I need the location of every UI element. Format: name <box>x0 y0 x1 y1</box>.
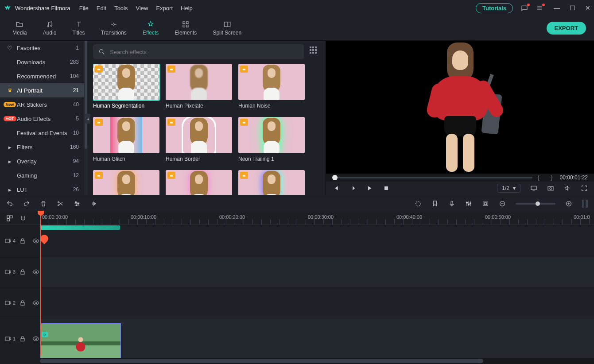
window-close-icon[interactable]: ✕ <box>585 4 590 12</box>
tab-audio[interactable]: Audio <box>35 16 65 40</box>
in-out-markers-icon[interactable]: { } <box>538 174 555 181</box>
track-lane-3[interactable] <box>40 256 594 287</box>
sidebar-item-gaming[interactable]: Gaming12 <box>0 168 84 182</box>
search-box[interactable] <box>93 44 304 59</box>
eye-icon[interactable] <box>32 299 39 306</box>
track-lane-4[interactable] <box>40 225 594 256</box>
display-settings-icon[interactable] <box>530 185 537 192</box>
tutorials-button[interactable]: Tutorials <box>476 3 513 13</box>
lock-icon[interactable] <box>19 335 26 342</box>
sidebar-item-favorites[interactable]: ♡Favorites1 <box>0 41 84 55</box>
prev-frame-button[interactable] <box>332 185 339 192</box>
split-icon[interactable] <box>57 200 64 207</box>
svg-point-17 <box>416 201 421 206</box>
undo-icon[interactable] <box>6 200 13 207</box>
menu-file[interactable]: File <box>79 5 89 12</box>
eye-icon[interactable] <box>32 335 39 342</box>
sidebar-item-ai-portrait[interactable]: ♛AI Portrait21 <box>0 83 84 97</box>
sidebar-collapse-handle[interactable]: ◂ <box>85 114 90 124</box>
search-input[interactable] <box>110 49 299 55</box>
stop-button[interactable] <box>383 185 390 192</box>
effect-card[interactable]: Human Border <box>166 117 232 162</box>
tab-transitions[interactable]: Transitions <box>93 16 135 40</box>
export-button[interactable]: EXPORT <box>547 22 586 35</box>
eye-icon[interactable] <box>32 237 39 244</box>
seek-handle[interactable] <box>332 175 338 180</box>
delete-icon[interactable] <box>40 200 47 207</box>
timeline-ruler[interactable]: 00:00:00:00 00:00:10:00 00:00:20:00 00:0… <box>0 212 594 225</box>
preview-quality-select[interactable]: 1/2▾ <box>497 184 520 193</box>
effect-card[interactable]: Human Pixelate <box>166 64 232 109</box>
tab-split-screen[interactable]: Split Screen <box>205 16 249 40</box>
tab-titles[interactable]: Titles <box>64 16 93 40</box>
menu-help[interactable]: Help <box>181 5 193 12</box>
snapshot-icon[interactable] <box>547 185 554 192</box>
tab-media[interactable]: Media <box>4 16 35 40</box>
effect-card[interactable] <box>238 170 305 195</box>
messages-icon[interactable] <box>521 4 528 12</box>
zoom-to-fit-icon[interactable] <box>582 200 588 208</box>
effect-thumbnail <box>93 117 159 153</box>
sidebar-item-ar-stickers[interactable]: NewAR Stickers40 <box>0 97 84 112</box>
crop-icon[interactable] <box>482 200 489 207</box>
lock-icon[interactable] <box>19 237 26 244</box>
applied-effect-clip[interactable] <box>40 225 120 230</box>
sidebar-item-filters[interactable]: ▸Filters160 <box>0 140 84 154</box>
titlebar: Wondershare Filmora File Edit Tools View… <box>0 0 594 16</box>
zoom-slider[interactable] <box>516 203 555 205</box>
sidebar-item-audio-effects[interactable]: HOTAudio Effects5 <box>0 112 84 126</box>
window-minimize-icon[interactable]: — <box>554 4 560 12</box>
tab-audio-label: Audio <box>43 30 57 36</box>
tab-effects[interactable]: Effects <box>135 16 167 40</box>
sidebar-item-festival[interactable]: Festival and Events10 <box>0 126 84 140</box>
redo-icon[interactable] <box>23 200 30 207</box>
track-header-1: 1 <box>0 318 40 359</box>
tasks-icon[interactable] <box>536 4 543 12</box>
seek-track[interactable] <box>332 177 532 178</box>
marker-icon[interactable] <box>431 200 439 207</box>
track-lane-1[interactable] <box>40 318 594 359</box>
caret-right-icon: ▸ <box>5 144 14 151</box>
eye-icon[interactable] <box>32 268 39 275</box>
edit-properties-icon[interactable] <box>74 200 81 207</box>
effect-card[interactable]: Human Segmentation <box>93 64 159 109</box>
sidebar-item-overlay[interactable]: ▸Overlay94 <box>0 154 84 168</box>
fullscreen-icon[interactable] <box>581 185 588 192</box>
effect-card[interactable] <box>93 170 159 195</box>
effect-card[interactable]: Human Glitch <box>93 117 159 162</box>
sidebar-item-recommended[interactable]: Recommended104 <box>0 69 84 83</box>
menu-tools[interactable]: Tools <box>114 5 128 12</box>
sidebar-item-downloads[interactable]: Downloads283 <box>0 55 84 69</box>
effect-thumbnail <box>166 117 232 153</box>
play-button[interactable] <box>366 185 373 192</box>
effect-card[interactable] <box>166 170 232 195</box>
render-preview-icon[interactable] <box>415 200 422 207</box>
preview-viewport[interactable] <box>326 41 594 174</box>
effect-card[interactable]: Human Noise <box>238 64 305 109</box>
effect-card[interactable]: Neon Trailing 1 <box>238 117 305 162</box>
audio-edit-icon[interactable] <box>90 200 97 207</box>
svg-rect-36 <box>21 302 24 305</box>
menu-edit[interactable]: Edit <box>97 5 106 12</box>
lock-icon[interactable] <box>19 299 26 306</box>
tab-elements-label: Elements <box>175 30 197 36</box>
volume-icon[interactable] <box>564 185 571 192</box>
timeline-scrollbar[interactable] <box>40 358 594 364</box>
zoom-out-icon[interactable] <box>499 200 506 207</box>
sidebar-item-lut[interactable]: ▸LUT26 <box>0 182 84 195</box>
record-voiceover-icon[interactable] <box>448 200 455 207</box>
menu-view[interactable]: View <box>136 5 148 12</box>
tab-elements[interactable]: Elements <box>167 16 205 40</box>
grid-view-toggle-icon[interactable] <box>310 46 320 57</box>
zoom-slider-handle[interactable] <box>536 201 540 206</box>
menu-export[interactable]: Export <box>156 5 173 12</box>
play-pause-button[interactable] <box>349 185 356 192</box>
playhead[interactable] <box>40 212 41 356</box>
window-maximize-icon[interactable]: ☐ <box>570 4 575 12</box>
audio-mixer-icon[interactable] <box>465 200 472 207</box>
svg-point-40 <box>35 338 37 340</box>
zoom-in-icon[interactable] <box>565 200 572 207</box>
app-title: Wondershare Filmora <box>15 5 70 12</box>
track-lane-2[interactable] <box>40 287 594 318</box>
lock-icon[interactable] <box>19 268 26 275</box>
